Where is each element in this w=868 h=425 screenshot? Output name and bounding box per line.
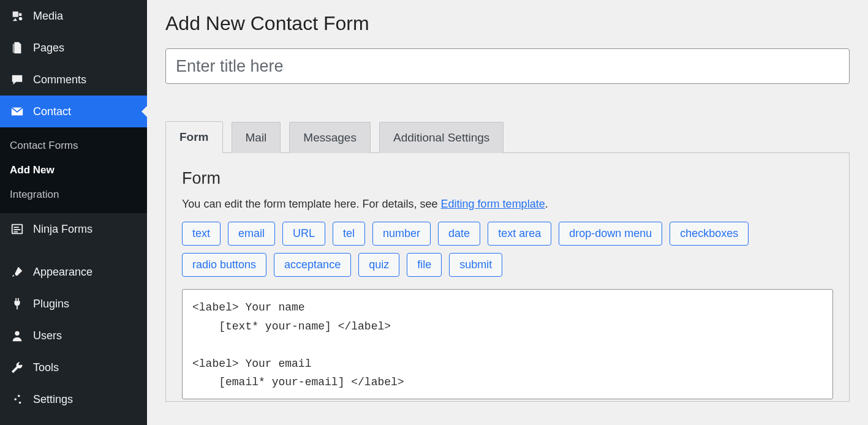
sidebar-item-label: Plugins [33, 298, 69, 310]
tag-btn-quiz[interactable]: quiz [358, 253, 399, 277]
submenu-contact-forms[interactable]: Contact Forms [0, 134, 147, 158]
tag-btn-acceptance[interactable]: acceptance [274, 253, 351, 277]
form-panel: Form You can edit the form template here… [165, 152, 850, 402]
tab-messages[interactable]: Messages [289, 122, 371, 153]
tag-generator-buttons: text email URL tel number date text area… [182, 222, 833, 277]
tag-btn-checkboxes[interactable]: checkboxes [670, 222, 749, 246]
svg-point-9 [19, 402, 21, 404]
media-icon [10, 9, 25, 23]
pages-icon [10, 40, 25, 55]
help-text-after: . [545, 198, 548, 210]
svg-rect-2 [14, 227, 19, 228]
sidebar-item-label: Comments [33, 73, 86, 86]
svg-point-7 [18, 395, 20, 397]
mail-icon [10, 104, 25, 119]
tab-additional-settings[interactable]: Additional Settings [379, 122, 504, 153]
submenu-integration[interactable]: Integration [0, 182, 147, 207]
tag-btn-tel[interactable]: tel [333, 222, 365, 246]
sidebar-item-users[interactable]: Users [0, 320, 147, 352]
tag-btn-number[interactable]: number [372, 222, 431, 246]
svg-point-6 [15, 331, 19, 336]
editor-tabs-container: Form Mail Messages Additional Settings F… [165, 121, 850, 402]
page-title: Add New Contact Form [165, 12, 850, 35]
tab-mail[interactable]: Mail [232, 122, 281, 153]
sidebar-item-tools[interactable]: Tools [0, 352, 147, 383]
user-icon [10, 328, 25, 343]
svg-rect-5 [17, 306, 18, 310]
sidebar-item-label: Appearance [33, 266, 92, 279]
svg-point-8 [14, 398, 17, 401]
comments-icon [10, 72, 25, 87]
admin-sidebar: Media Pages Comments Contact Contact For… [0, 0, 147, 425]
sidebar-item-label: Ninja Forms [33, 223, 92, 236]
tag-btn-date[interactable]: date [438, 222, 480, 246]
sidebar-item-settings[interactable]: Settings [0, 383, 147, 415]
sidebar-item-ninja-forms[interactable]: Ninja Forms [0, 213, 147, 245]
sidebar-item-contact[interactable]: Contact [0, 96, 147, 127]
form-help-text: You can edit the form template here. For… [182, 198, 833, 211]
submenu-add-new[interactable]: Add New [0, 158, 147, 182]
svg-point-0 [19, 17, 23, 21]
tag-btn-file[interactable]: file [407, 253, 442, 277]
svg-rect-4 [14, 231, 18, 233]
sidebar-item-media[interactable]: Media [0, 0, 147, 32]
sidebar-item-plugins[interactable]: Plugins [0, 288, 147, 320]
tag-btn-drop-down-menu[interactable]: drop-down menu [559, 222, 662, 246]
sidebar-item-label: Contact [33, 105, 71, 118]
form-section-heading: Form [182, 169, 833, 188]
sidebar-item-label: Pages [33, 42, 64, 55]
tag-btn-text[interactable]: text [182, 222, 221, 246]
main-content: Add New Contact Form Form Mail Messages … [147, 0, 868, 425]
help-link-editing-template[interactable]: Editing form template [441, 198, 545, 210]
tab-form[interactable]: Form [165, 121, 223, 153]
tag-btn-text-area[interactable]: text area [488, 222, 551, 246]
sliders-icon [10, 392, 25, 407]
svg-rect-3 [14, 229, 21, 230]
tag-btn-radio-buttons[interactable]: radio buttons [182, 253, 266, 277]
tag-btn-url[interactable]: URL [282, 222, 325, 246]
tag-btn-submit[interactable]: submit [449, 253, 502, 277]
brush-icon [10, 265, 25, 279]
wrench-icon [10, 360, 25, 375]
plug-icon [10, 296, 25, 311]
editor-tabs: Form Mail Messages Additional Settings [165, 121, 850, 152]
sidebar-item-label: Settings [33, 393, 73, 406]
sidebar-item-comments[interactable]: Comments [0, 64, 147, 96]
form-icon [10, 222, 25, 236]
sidebar-item-label: Users [33, 329, 62, 342]
sidebar-item-appearance[interactable]: Appearance [0, 256, 147, 288]
sidebar-item-label: Media [33, 10, 63, 23]
sidebar-submenu-contact: Contact Forms Add New Integration [0, 127, 147, 213]
help-text-before: You can edit the form template here. For… [182, 198, 441, 210]
tag-btn-email[interactable]: email [228, 222, 275, 246]
form-template-textarea[interactable] [182, 289, 833, 399]
sidebar-item-pages[interactable]: Pages [0, 32, 147, 64]
menu-separator [0, 245, 147, 256]
sidebar-item-label: Tools [33, 361, 59, 374]
form-title-input[interactable] [165, 48, 850, 84]
